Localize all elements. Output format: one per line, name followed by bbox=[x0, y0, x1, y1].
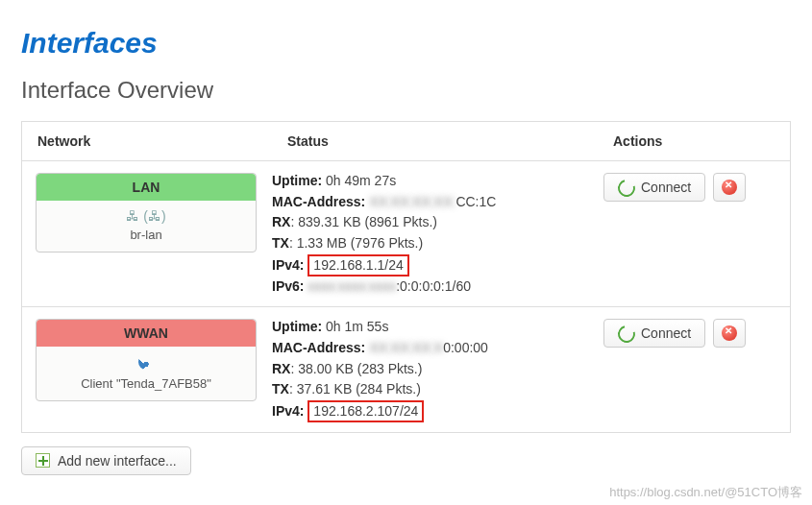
refresh-icon bbox=[618, 180, 633, 195]
mac-hidden: XX:XX:XX:X bbox=[369, 340, 443, 355]
ipv6-label: IPv6: bbox=[272, 278, 304, 294]
rx-value: : 38.00 KB (283 Pkts.) bbox=[290, 361, 422, 376]
rx-label: RX bbox=[272, 361, 290, 376]
ipv6-tail: :0:0:0:0:1/60 bbox=[396, 278, 471, 294]
interface-status-wwan: Uptime: 0h 1m 55s MAC-Address: XX:XX:XX:… bbox=[272, 315, 598, 424]
wifi-icon bbox=[37, 354, 256, 373]
interface-device: br-lan bbox=[37, 228, 256, 242]
table-header-row: Network Status Actions bbox=[22, 122, 790, 161]
mac-tail: CC:1C bbox=[455, 194, 496, 209]
ipv4-value: 192.168.2.107/24 bbox=[308, 400, 424, 422]
connect-label: Connect bbox=[641, 325, 691, 341]
refresh-icon bbox=[618, 325, 633, 341]
interface-name: LAN bbox=[37, 174, 256, 201]
mac-label: MAC-Address: bbox=[272, 194, 365, 209]
stop-button[interactable] bbox=[713, 319, 746, 348]
interface-row-wwan: WWAN Client "Tenda_7AFB58" Uptime: 0h 1m… bbox=[22, 307, 790, 433]
ipv4-label: IPv4: bbox=[272, 403, 304, 419]
page-title: Interfaces bbox=[21, 27, 791, 60]
connect-label: Connect bbox=[641, 180, 691, 195]
ipv4-label: IPv4: bbox=[272, 257, 304, 273]
tx-value: : 37.61 KB (284 Pkts.) bbox=[289, 381, 421, 397]
stop-icon bbox=[722, 180, 737, 195]
interface-box-wwan[interactable]: WWAN Client "Tenda_7AFB58" bbox=[36, 319, 257, 401]
mac-label: MAC-Address: bbox=[272, 340, 365, 355]
interfaces-table: Network Status Actions LAN 🖧 (🖧) br-lan … bbox=[21, 121, 791, 433]
bridge-icon: 🖧 (🖧) bbox=[37, 208, 256, 224]
uptime-value: 0h 1m 55s bbox=[326, 319, 388, 334]
add-interface-label: Add new interface... bbox=[58, 453, 177, 469]
interface-row-lan: LAN 🖧 (🖧) br-lan Uptime: 0h 49m 27s MAC-… bbox=[22, 161, 790, 307]
add-interface-button[interactable]: Add new interface... bbox=[21, 446, 191, 475]
section-title: Interface Overview bbox=[21, 77, 791, 104]
uptime-label: Uptime: bbox=[272, 173, 322, 188]
tx-label: TX bbox=[272, 235, 289, 251]
header-actions: Actions bbox=[598, 122, 790, 160]
mac-hidden: XX:XX:XX:XX: bbox=[369, 194, 455, 209]
interface-status-lan: Uptime: 0h 49m 27s MAC-Address: XX:XX:XX… bbox=[272, 169, 598, 299]
ipv6-hidden: xxxx:xxxx:xxxx bbox=[308, 278, 396, 294]
watermark: https://blog.csdn.net/@51CTO博客 bbox=[609, 484, 802, 494]
connect-button[interactable]: Connect bbox=[603, 173, 705, 202]
rx-label: RX bbox=[272, 214, 290, 229]
tx-value: : 1.33 MB (7976 Pkts.) bbox=[289, 235, 423, 251]
rx-value: : 839.31 KB (8961 Pkts.) bbox=[290, 214, 437, 229]
uptime-label: Uptime: bbox=[272, 319, 322, 334]
header-status: Status bbox=[272, 122, 598, 160]
ipv4-value: 192.168.1.1/24 bbox=[308, 254, 408, 277]
header-network: Network bbox=[22, 122, 272, 160]
add-icon bbox=[36, 453, 50, 468]
stop-button[interactable] bbox=[713, 173, 746, 202]
mac-tail: 0:00:00 bbox=[443, 340, 488, 355]
interface-box-lan[interactable]: LAN 🖧 (🖧) br-lan bbox=[36, 173, 257, 252]
tx-label: TX bbox=[272, 381, 289, 397]
uptime-value: 0h 49m 27s bbox=[326, 173, 396, 188]
stop-icon bbox=[722, 325, 737, 341]
connect-button[interactable]: Connect bbox=[603, 319, 705, 348]
interface-name: WWAN bbox=[37, 320, 256, 347]
interface-device: Client "Tenda_7AFB58" bbox=[37, 376, 256, 391]
